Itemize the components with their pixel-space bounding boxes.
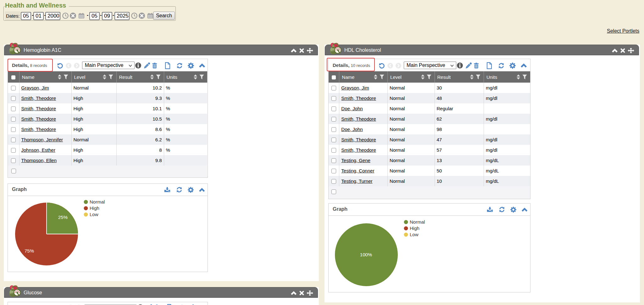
svg-text:Normal: Normal bbox=[410, 219, 425, 225]
svg-text:25%: 25% bbox=[58, 215, 68, 220]
svg-text:High: High bbox=[90, 205, 99, 211]
svg-text:Low: Low bbox=[90, 212, 98, 217]
svg-text:Low: Low bbox=[410, 232, 419, 237]
svg-text:High: High bbox=[410, 226, 419, 231]
svg-text:75%: 75% bbox=[25, 248, 34, 253]
svg-text:Normal: Normal bbox=[90, 199, 105, 204]
svg-text:100%: 100% bbox=[360, 252, 372, 257]
